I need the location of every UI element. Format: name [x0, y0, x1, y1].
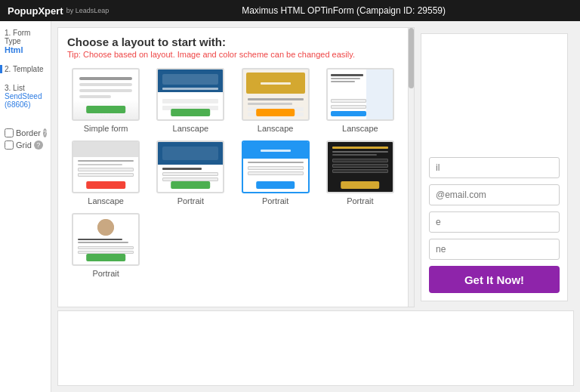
step-3-sub: SendSteed(68606)	[5, 92, 46, 109]
template-item-portrait1[interactable]: Lanscape	[67, 140, 144, 205]
step-2-num: 2. Template	[5, 65, 46, 73]
border-checkbox-row: Border ?	[5, 128, 46, 137]
template-grid-wrapper[interactable]: Simple form	[58, 63, 414, 307]
template-item-landscape2[interactable]: Lanscape	[237, 68, 314, 133]
template-thumb-simple	[72, 68, 140, 121]
main-layout: 1. Form Type Html 2. Template 3. List Se…	[0, 21, 580, 392]
template-item-portrait2[interactable]: Portrait	[152, 140, 229, 205]
preview-field-2[interactable]	[429, 184, 560, 205]
panel-tip: Tip: Choose based on layout. Image and c…	[67, 50, 405, 59]
get-it-now-button[interactable]: Get It Now!	[429, 266, 560, 293]
tip-suffix: Image and color scheme can be changed ea…	[175, 50, 355, 59]
template-label-6: Portrait	[262, 196, 288, 205]
panel-scrollbar-thumb	[409, 28, 414, 88]
template-item-portrait5[interactable]: Portrait	[67, 213, 144, 278]
template-item-portrait4[interactable]: Portrait	[322, 140, 399, 205]
template-label-1: Lanscape	[173, 124, 209, 133]
content-area: Choose a layout to start with: Tip: Choo…	[51, 21, 580, 392]
template-label-7: Portrait	[347, 196, 373, 205]
preview-panel: Get It Now!	[421, 33, 568, 301]
avatar-icon	[97, 219, 114, 236]
template-label-4: Lanscape	[88, 196, 124, 205]
panel-title: Choose a layout to start with:	[67, 35, 405, 48]
template-thumb-landscape3	[326, 68, 394, 121]
campaign-title: Maximus HTML OPTinForm (Campaign ID: 295…	[115, 5, 572, 16]
template-label-5: Portrait	[177, 196, 204, 205]
border-checkbox[interactable]	[5, 128, 14, 137]
template-thumb-landscape1	[156, 68, 224, 121]
grid-checkbox[interactable]	[5, 140, 14, 150]
tip-highlight: Choose based on layout.	[83, 50, 175, 59]
sidebar: 1. Form Type Html 2. Template 3. List Se…	[0, 21, 51, 392]
grid-label: Grid	[16, 140, 32, 150]
template-thumb-portrait4	[326, 140, 394, 193]
border-label: Border	[16, 128, 41, 137]
step-1-label: Html	[5, 45, 46, 54]
template-label-8: Portrait	[92, 269, 119, 278]
brand: PopupXpert by LeadsLeap	[8, 5, 109, 17]
template-item-portrait3[interactable]: Portrait	[237, 140, 314, 205]
grid-checkbox-row: Grid ?	[5, 140, 46, 150]
brand-name: PopupXpert	[8, 5, 63, 17]
template-thumb-portrait2	[156, 140, 224, 193]
template-item-simple[interactable]: Simple form	[67, 68, 144, 133]
brand-sub: by LeadsLeap	[66, 7, 110, 14]
sidebar-step-2: 2. Template	[5, 65, 46, 73]
step-1-num: 1. Form Type	[5, 29, 46, 45]
template-thumb-portrait3	[242, 140, 310, 193]
tip-prefix: Tip:	[67, 50, 83, 59]
layout-panel: Choose a layout to start with: Tip: Choo…	[57, 27, 415, 307]
sidebar-step-1: 1. Form Type Html	[5, 29, 46, 54]
preview-field-3[interactable]	[429, 211, 560, 233]
preview-field-4[interactable]	[429, 239, 560, 260]
panel-scrollbar[interactable]	[408, 28, 414, 307]
preview-field-1[interactable]	[429, 157, 560, 178]
layout-panel-header: Choose a layout to start with: Tip: Choo…	[58, 28, 414, 63]
template-label-0: Simple form	[84, 124, 128, 133]
sidebar-step-3: 3. List SendSteed(68606)	[5, 84, 46, 109]
grid-info-icon[interactable]: ?	[34, 140, 43, 150]
template-thumb-landscape2	[242, 68, 310, 121]
border-info-icon[interactable]: ?	[43, 128, 47, 137]
template-item-landscape3[interactable]: Lanscape	[322, 68, 399, 133]
topbar: PopupXpert by LeadsLeap Maximus HTML OPT…	[0, 0, 580, 21]
template-label-2: Lanscape	[258, 124, 294, 133]
bottom-area	[57, 310, 574, 386]
template-thumb-portrait1	[72, 140, 140, 193]
template-thumb-portrait5	[72, 213, 140, 266]
template-label-3: Lanscape	[342, 124, 378, 133]
step-3-num: 3. List	[5, 84, 46, 92]
template-item-landscape1[interactable]: Lanscape	[152, 68, 229, 133]
template-grid: Simple form	[67, 68, 399, 278]
